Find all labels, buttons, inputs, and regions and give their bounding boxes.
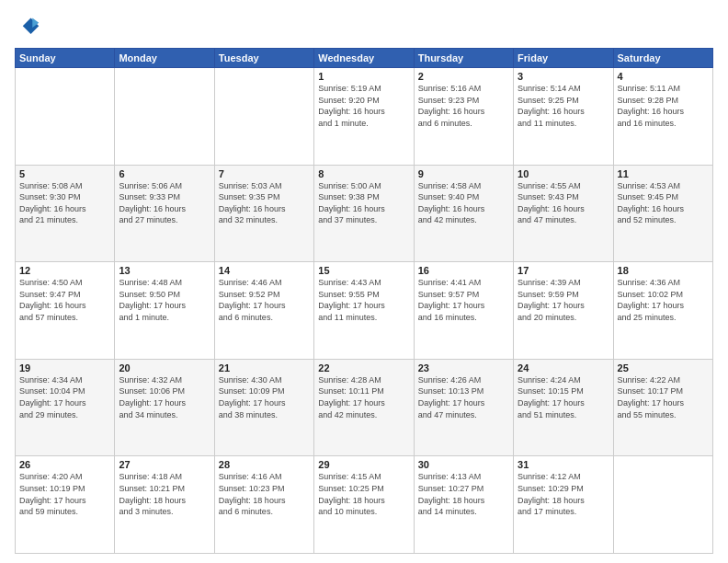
weekday-header-friday: Friday [514,49,613,68]
calendar-cell: 15Sunrise: 4:43 AM Sunset: 9:55 PM Dayli… [314,262,414,360]
day-number: 12 [19,265,110,276]
calendar-cell: 3Sunrise: 5:14 AM Sunset: 9:25 PM Daylig… [514,68,613,166]
week-row-2: 5Sunrise: 5:08 AM Sunset: 9:30 PM Daylig… [16,165,713,262]
day-info: Sunrise: 4:12 AM Sunset: 10:29 PM Daylig… [518,471,609,517]
weekday-header-sunday: Sunday [16,49,115,68]
day-info: Sunrise: 4:43 AM Sunset: 9:55 PM Dayligh… [318,277,409,323]
day-info: Sunrise: 4:20 AM Sunset: 10:19 PM Daylig… [19,471,110,517]
day-number: 1 [318,71,409,82]
calendar-cell: 9Sunrise: 4:58 AM Sunset: 9:40 PM Daylig… [414,165,513,262]
day-number: 29 [318,459,409,470]
day-info: Sunrise: 4:39 AM Sunset: 9:59 PM Dayligh… [518,277,609,323]
day-number: 9 [418,168,509,179]
logo [15,15,44,40]
calendar-cell: 16Sunrise: 4:41 AM Sunset: 9:57 PM Dayli… [414,262,513,360]
day-number: 11 [618,168,709,179]
day-number: 17 [518,265,609,276]
day-number: 16 [418,265,509,276]
calendar-cell: 10Sunrise: 4:55 AM Sunset: 9:43 PM Dayli… [514,165,613,262]
calendar-cell: 25Sunrise: 4:22 AM Sunset: 10:17 PM Dayl… [613,359,712,456]
logo-icon [15,15,40,40]
day-info: Sunrise: 4:46 AM Sunset: 9:52 PM Dayligh… [219,277,310,323]
calendar-cell: 6Sunrise: 5:06 AM Sunset: 9:33 PM Daylig… [115,165,214,262]
week-row-1: 1Sunrise: 5:19 AM Sunset: 9:20 PM Daylig… [16,68,713,166]
calendar-cell: 21Sunrise: 4:30 AM Sunset: 10:09 PM Dayl… [214,359,313,456]
calendar-cell: 14Sunrise: 4:46 AM Sunset: 9:52 PM Dayli… [214,262,313,360]
day-info: Sunrise: 4:13 AM Sunset: 10:27 PM Daylig… [418,471,509,517]
day-info: Sunrise: 4:18 AM Sunset: 10:21 PM Daylig… [119,471,210,517]
calendar-cell: 24Sunrise: 4:24 AM Sunset: 10:15 PM Dayl… [514,359,613,456]
day-number: 25 [618,362,709,373]
weekday-header-thursday: Thursday [414,49,513,68]
calendar-cell: 27Sunrise: 4:18 AM Sunset: 10:21 PM Dayl… [115,456,214,554]
day-info: Sunrise: 4:26 AM Sunset: 10:13 PM Daylig… [418,374,509,420]
calendar-page: SundayMondayTuesdayWednesdayThursdayFrid… [0,0,728,563]
day-info: Sunrise: 4:50 AM Sunset: 9:47 PM Dayligh… [19,277,110,323]
day-number: 18 [618,265,709,276]
calendar-cell: 22Sunrise: 4:28 AM Sunset: 10:11 PM Dayl… [314,359,414,456]
day-number: 7 [219,168,310,179]
day-info: Sunrise: 4:15 AM Sunset: 10:25 PM Daylig… [318,471,409,517]
day-number: 13 [119,265,210,276]
day-info: Sunrise: 4:36 AM Sunset: 10:02 PM Daylig… [618,277,709,323]
day-number: 24 [518,362,609,373]
day-info: Sunrise: 5:03 AM Sunset: 9:35 PM Dayligh… [219,180,310,226]
day-info: Sunrise: 5:06 AM Sunset: 9:33 PM Dayligh… [119,180,210,226]
weekday-header-wednesday: Wednesday [314,49,414,68]
week-row-4: 19Sunrise: 4:34 AM Sunset: 10:04 PM Dayl… [16,359,713,456]
calendar-cell: 18Sunrise: 4:36 AM Sunset: 10:02 PM Dayl… [613,262,712,360]
day-number: 31 [518,459,609,470]
weekday-header-monday: Monday [115,49,214,68]
day-number: 5 [19,168,110,179]
weekday-header-row: SundayMondayTuesdayWednesdayThursdayFrid… [16,49,713,68]
day-number: 23 [418,362,509,373]
calendar-cell [214,68,313,166]
day-info: Sunrise: 4:32 AM Sunset: 10:06 PM Daylig… [119,374,210,420]
day-number: 14 [219,265,310,276]
day-info: Sunrise: 4:16 AM Sunset: 10:23 PM Daylig… [219,471,310,517]
calendar-cell [613,456,712,554]
calendar-cell: 30Sunrise: 4:13 AM Sunset: 10:27 PM Dayl… [414,456,513,554]
day-info: Sunrise: 5:14 AM Sunset: 9:25 PM Dayligh… [518,83,609,129]
day-info: Sunrise: 4:28 AM Sunset: 10:11 PM Daylig… [318,374,409,420]
day-number: 21 [219,362,310,373]
calendar-cell: 4Sunrise: 5:11 AM Sunset: 9:28 PM Daylig… [613,68,712,166]
day-number: 4 [618,71,709,82]
day-info: Sunrise: 4:53 AM Sunset: 9:45 PM Dayligh… [618,180,709,226]
day-number: 28 [219,459,310,470]
day-info: Sunrise: 5:11 AM Sunset: 9:28 PM Dayligh… [618,83,709,129]
day-number: 22 [318,362,409,373]
day-info: Sunrise: 4:58 AM Sunset: 9:40 PM Dayligh… [418,180,509,226]
day-info: Sunrise: 4:55 AM Sunset: 9:43 PM Dayligh… [518,180,609,226]
day-info: Sunrise: 4:48 AM Sunset: 9:50 PM Dayligh… [119,277,210,323]
calendar-cell: 2Sunrise: 5:16 AM Sunset: 9:23 PM Daylig… [414,68,513,166]
calendar-cell: 11Sunrise: 4:53 AM Sunset: 9:45 PM Dayli… [613,165,712,262]
calendar-cell: 26Sunrise: 4:20 AM Sunset: 10:19 PM Dayl… [16,456,115,554]
weekday-header-tuesday: Tuesday [214,49,313,68]
day-info: Sunrise: 5:19 AM Sunset: 9:20 PM Dayligh… [318,83,409,129]
day-number: 10 [518,168,609,179]
calendar-cell: 13Sunrise: 4:48 AM Sunset: 9:50 PM Dayli… [115,262,214,360]
calendar-cell: 29Sunrise: 4:15 AM Sunset: 10:25 PM Dayl… [314,456,414,554]
calendar-cell [16,68,115,166]
day-info: Sunrise: 4:24 AM Sunset: 10:15 PM Daylig… [518,374,609,420]
header [15,15,713,40]
calendar-cell: 12Sunrise: 4:50 AM Sunset: 9:47 PM Dayli… [16,262,115,360]
calendar-cell: 19Sunrise: 4:34 AM Sunset: 10:04 PM Dayl… [16,359,115,456]
calendar-body: 1Sunrise: 5:19 AM Sunset: 9:20 PM Daylig… [16,68,713,554]
calendar-cell: 7Sunrise: 5:03 AM Sunset: 9:35 PM Daylig… [214,165,313,262]
day-info: Sunrise: 5:08 AM Sunset: 9:30 PM Dayligh… [19,180,110,226]
day-number: 2 [418,71,509,82]
day-info: Sunrise: 4:30 AM Sunset: 10:09 PM Daylig… [219,374,310,420]
day-info: Sunrise: 5:16 AM Sunset: 9:23 PM Dayligh… [418,83,509,129]
calendar-cell: 20Sunrise: 4:32 AM Sunset: 10:06 PM Dayl… [115,359,214,456]
calendar-table: SundayMondayTuesdayWednesdayThursdayFrid… [15,48,713,554]
day-number: 6 [119,168,210,179]
weekday-header-saturday: Saturday [613,49,712,68]
calendar-cell: 31Sunrise: 4:12 AM Sunset: 10:29 PM Dayl… [514,456,613,554]
day-number: 27 [119,459,210,470]
day-number: 19 [19,362,110,373]
calendar-cell [115,68,214,166]
calendar-cell: 17Sunrise: 4:39 AM Sunset: 9:59 PM Dayli… [514,262,613,360]
calendar-cell: 1Sunrise: 5:19 AM Sunset: 9:20 PM Daylig… [314,68,414,166]
